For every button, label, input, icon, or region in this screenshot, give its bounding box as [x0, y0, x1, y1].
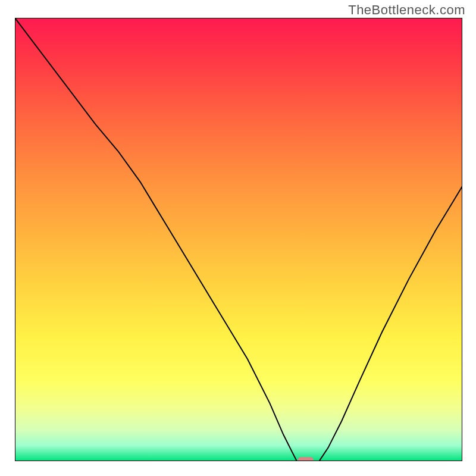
watermark-text: TheBottleneck.com [348, 2, 465, 18]
chart-container [15, 18, 462, 461]
optimal-marker [298, 457, 314, 461]
bottleneck-chart [15, 18, 462, 461]
chart-background [15, 18, 462, 461]
